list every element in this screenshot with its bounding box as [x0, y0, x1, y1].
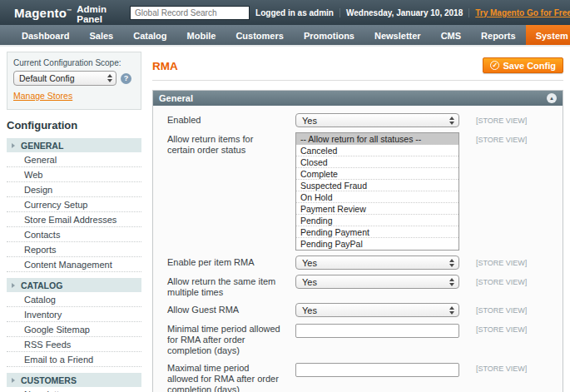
select-stepper-icon [449, 117, 454, 125]
sidebar-menu: GENERALGeneralWebDesignCurrency SetupSto… [7, 138, 141, 392]
store-view-note: [STORE VIEW] [476, 132, 527, 144]
sidebar-item-google-sitemap[interactable]: Google Sitemap [7, 322, 141, 337]
nav-tab-promotions[interactable]: Promotions [294, 25, 364, 45]
sidebar-item-web[interactable]: Web [7, 167, 141, 182]
main-nav: DashboardSalesCatalogMobileCustomersProm… [0, 25, 570, 47]
scope-help-icon[interactable]: ? [121, 73, 131, 84]
field-control [295, 361, 459, 377]
store-view-note: [STORE VIEW] [476, 275, 527, 286]
nav-tab-sales[interactable]: Sales [79, 25, 123, 45]
sidebar-item-contacts[interactable]: Contacts [7, 227, 141, 242]
sidebar-item-catalog[interactable]: Catalog [7, 292, 141, 307]
select-allow-guest-rma[interactable]: Yes [295, 303, 459, 317]
field-control: Yes [295, 275, 459, 289]
nav-tabs: DashboardSalesCatalogMobileCustomersProm… [12, 25, 570, 45]
option-closed[interactable]: Closed [296, 156, 458, 168]
sidebar-item-currency-setup[interactable]: Currency Setup [7, 197, 141, 212]
field-label: Allow Guest RMA [167, 303, 281, 315]
general-section: General ▲ EnabledYes[STORE VIEW]Allow re… [152, 90, 563, 392]
select-enable-per-item-rma[interactable]: Yes [295, 256, 459, 270]
select-stepper-icon [449, 278, 454, 286]
nav-tab-mobile[interactable]: Mobile [177, 25, 226, 45]
trademark: ™ [67, 8, 72, 13]
sidebar-item-design[interactable]: Design [7, 182, 141, 197]
nav-tab-system[interactable]: System [526, 25, 570, 45]
brand-suffix: Admin Panel [77, 2, 107, 24]
sidebar-section-label: GENERAL [21, 141, 63, 151]
page-head: RMA ✓ Save Config [152, 52, 563, 81]
sidebar-item-content-management[interactable]: Content Management [7, 257, 141, 272]
nav-tab-customers[interactable]: Customers [226, 25, 293, 45]
page-title: RMA [152, 60, 178, 72]
sidebar-item-email-to-a-friend[interactable]: Email to a Friend [7, 352, 141, 367]
config-scope-box: Current Configuration Scope: Default Con… [7, 52, 141, 110]
sidebar-section-general[interactable]: GENERAL [7, 138, 141, 152]
multiselect-allow-return-items-for-certain-order-status[interactable]: -- Allow return for all statuses --Cance… [295, 132, 459, 251]
field-label: Enabled [167, 113, 281, 126]
select-allow-return-the-same-item-multiple-times[interactable]: Yes [295, 275, 459, 289]
save-config-button[interactable]: ✓ Save Config [483, 57, 563, 73]
option-on-hold[interactable]: On Hold [296, 191, 458, 203]
form-row-enable-per-item-rma: Enable per item RMAYes[STORE VIEW] [167, 256, 551, 270]
option-complete[interactable]: Complete [296, 168, 458, 180]
select-stepper-icon [107, 74, 112, 82]
option-pending[interactable]: Pending [296, 215, 458, 226]
scope-select-value: Default Config [19, 73, 75, 83]
option-suspected-fraud[interactable]: Suspected Fraud [296, 180, 458, 191]
check-icon: ✓ [490, 61, 499, 70]
nav-tab-catalog[interactable]: Catalog [123, 25, 176, 45]
sidebar: Current Configuration Scope: Default Con… [7, 52, 141, 392]
option-allow-return-for-all-statuses[interactable]: -- Allow return for all statuses -- [296, 133, 458, 145]
save-config-label: Save Config [503, 61, 556, 71]
field-control: Yes [295, 113, 459, 127]
sidebar-item-reports[interactable]: Reports [7, 242, 141, 257]
option-pending-paypal[interactable]: Pending PayPal [296, 238, 458, 250]
option-pending-payment[interactable]: Pending Payment [296, 226, 458, 238]
store-view-note: [STORE VIEW] [476, 322, 527, 334]
form-row-maximal-time-period-allowed-for-rma-after-order-completion-days: Maximal time period allowed for RMA afte… [167, 361, 551, 392]
scope-select[interactable]: Default Config [13, 71, 116, 86]
sidebar-section-label: CATALOG [21, 280, 62, 290]
option-payment-review[interactable]: Payment Review [296, 203, 458, 215]
nav-tab-cms[interactable]: CMS [431, 25, 471, 45]
sidebar-item-general[interactable]: General [7, 152, 141, 167]
sidebar-title: Configuration [7, 119, 141, 136]
sidebar-item-store-email-addresses[interactable]: Store Email Addresses [7, 212, 141, 227]
field-label: Maximal time period allowed for RMA afte… [167, 361, 281, 392]
nav-tab-reports[interactable]: Reports [471, 25, 526, 45]
input-maximal-time-period-allowed-for-rma-after-order-completion-days[interactable] [295, 363, 459, 377]
sidebar-section-catalog[interactable]: CATALOG [7, 278, 141, 292]
chevron-right-icon [12, 283, 15, 288]
nav-tab-newsletter[interactable]: Newsletter [364, 25, 431, 45]
option-canceled[interactable]: Canceled [296, 145, 458, 156]
manage-stores-link[interactable]: Manage Stores [13, 91, 72, 101]
select-enabled[interactable]: Yes [295, 113, 459, 127]
form-row-allow-guest-rma: Allow Guest RMAYes[STORE VIEW] [167, 303, 551, 317]
sidebar-section-customers[interactable]: CUSTOMERS [7, 373, 141, 387]
brand-name: Magento™ [14, 6, 72, 20]
current-date: Wednesday, January 10, 2018 [340, 8, 468, 17]
sidebar-item-inventory[interactable]: Inventory [7, 307, 141, 322]
select-value: Yes [302, 305, 317, 315]
form-row-allow-return-items-for-certain-order-status: Allow return items for certain order sta… [167, 132, 551, 251]
global-search-input[interactable] [130, 6, 250, 20]
magento-admin-window: M Magento™ Admin Panel Logged in as admi… [0, 0, 570, 392]
form-row-minimal-time-period-allowed-for-rma-after-order-completion-days: Minimal time period allowed for RMA afte… [167, 322, 551, 356]
input-minimal-time-period-allowed-for-rma-after-order-completion-days[interactable] [295, 324, 459, 338]
general-section-header[interactable]: General ▲ [153, 91, 563, 106]
field-label: Allow return the same item multiple time… [167, 275, 281, 298]
promo-link[interactable]: Try Magento Go for Free [468, 8, 570, 17]
chevron-right-icon [12, 378, 15, 383]
field-label: Minimal time period allowed for RMA afte… [167, 322, 281, 356]
field-label: Allow return items for certain order sta… [167, 132, 281, 156]
logged-in-text: Logged in as admin [250, 8, 340, 17]
store-view-note: [STORE VIEW] [476, 303, 527, 315]
nav-tab-dashboard[interactable]: Dashboard [12, 25, 79, 45]
collapse-icon[interactable]: ▲ [547, 93, 557, 103]
sidebar-item-rss-feeds[interactable]: RSS Feeds [7, 337, 141, 352]
sidebar-section-label: CUSTOMERS [21, 375, 77, 385]
section-title: General [159, 93, 193, 103]
scope-label: Current Configuration Scope: [13, 58, 135, 67]
header-right: Logged in as admin Wednesday, January 10… [250, 8, 570, 17]
sidebar-item-newsletter[interactable]: Newsletter [7, 387, 141, 392]
